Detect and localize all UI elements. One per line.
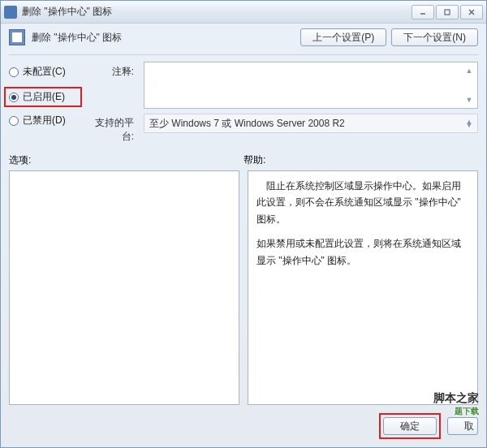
window-controls	[412, 5, 483, 19]
highlight-enabled: 已启用(E)	[4, 87, 82, 107]
help-label: 帮助:	[244, 153, 265, 167]
radio-not-configured[interactable]: 未配置(C)	[9, 65, 82, 79]
radio-icon	[9, 93, 19, 102]
highlight-ok: 确定	[379, 413, 441, 439]
close-button[interactable]	[460, 5, 483, 19]
help-text-2: 如果禁用或未配置此设置，则将在系统通知区域显示 "操作中心" 图标。	[256, 235, 469, 269]
scroll-down-icon[interactable]: ▼	[463, 93, 476, 106]
panels: 阻止在系统控制区域显示操作中心。如果启用此设置，则不会在系统通知区域显示 "操作…	[9, 170, 478, 405]
radio-icon	[9, 116, 19, 126]
scroll-up-icon[interactable]: ▲	[463, 64, 476, 77]
titlebar[interactable]: 删除 "操作中心" 图标	[1, 1, 486, 24]
comment-label: 注释:	[88, 65, 137, 79]
scroll-down-icon[interactable]: ▼	[463, 118, 476, 131]
window-title: 删除 "操作中心" 图标	[22, 5, 412, 19]
nav-buttons: 上一个设置(P) 下一个设置(N)	[300, 28, 478, 46]
radio-label: 已启用(E)	[23, 90, 65, 104]
platform-box: 至少 Windows 7 或 Windows Server 2008 R2 ▲ …	[144, 114, 478, 133]
platform-value: 至少 Windows 7 或 Windows Server 2008 R2	[149, 117, 345, 131]
comment-textbox[interactable]: ▲ ▼	[144, 62, 478, 109]
cancel-button[interactable]: 取	[447, 417, 478, 435]
policy-icon	[9, 29, 25, 45]
footer: 确定 取	[9, 405, 478, 439]
separator	[9, 54, 478, 55]
content-area: 删除 "操作中心" 图标 上一个设置(P) 下一个设置(N) 未配置(C) 已启…	[1, 24, 486, 447]
minimize-button[interactable]	[412, 5, 434, 19]
radio-label: 未配置(C)	[23, 65, 66, 79]
platform-label: 支持的平台:	[88, 116, 137, 144]
window-icon	[4, 6, 17, 19]
page-title: 删除 "操作中心" 图标	[32, 31, 300, 45]
maximize-button[interactable]	[436, 5, 459, 19]
ok-button[interactable]: 确定	[383, 417, 437, 435]
help-text-1: 阻止在系统控制区域显示操作中心。如果启用此设置，则不会在系统通知区域显示 "操作…	[256, 178, 469, 227]
field-labels: 注释: 支持的平台:	[88, 62, 137, 144]
section-labels: 选项: 帮助:	[9, 153, 478, 167]
options-panel	[9, 170, 239, 405]
right-fields: ▲ ▼ 至少 Windows 7 或 Windows Server 2008 R…	[144, 62, 478, 144]
prev-setting-button[interactable]: 上一个设置(P)	[300, 28, 386, 46]
upper-area: 未配置(C) 已启用(E) 已禁用(D) 注释: 支持的平台:	[9, 62, 478, 144]
help-panel: 阻止在系统控制区域显示操作中心。如果启用此设置，则不会在系统通知区域显示 "操作…	[248, 170, 478, 405]
radio-icon	[9, 67, 19, 77]
radio-label: 已禁用(D)	[23, 114, 66, 127]
options-label: 选项:	[9, 153, 244, 167]
lower-area: 选项: 帮助: 阻止在系统控制区域显示操作中心。如果启用此设置，则不会在系统通知…	[9, 149, 478, 439]
svg-rect-1	[445, 10, 450, 15]
dialog-window: 删除 "操作中心" 图标 删除 "操作中心" 图标 上一个设置(P) 下一个设置…	[0, 0, 487, 448]
next-setting-button[interactable]: 下一个设置(N)	[391, 28, 478, 46]
radio-disabled[interactable]: 已禁用(D)	[9, 114, 82, 127]
radio-group: 未配置(C) 已启用(E) 已禁用(D)	[9, 62, 82, 144]
radio-enabled[interactable]: 已启用(E)	[9, 90, 77, 104]
header-row: 删除 "操作中心" 图标 上一个设置(P) 下一个设置(N)	[9, 28, 478, 46]
